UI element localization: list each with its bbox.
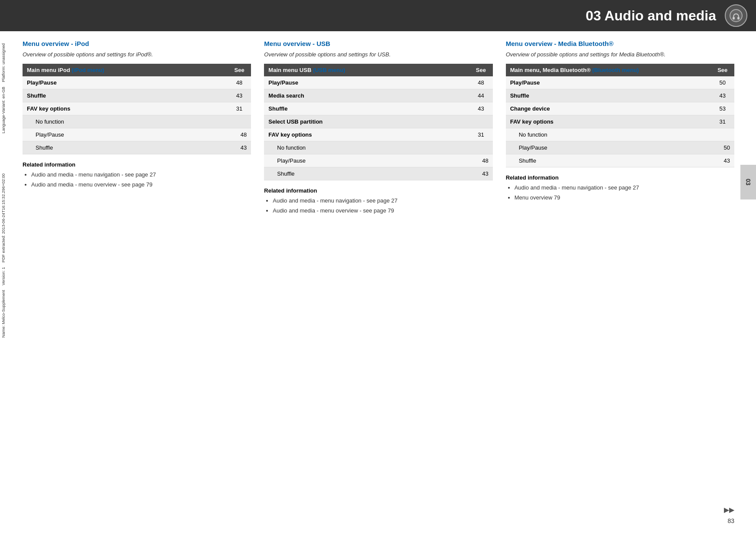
table-row: Play/Pause 48 [264,76,492,89]
list-item: Audio and media - menu overview - see pa… [31,180,251,190]
ipod-related-list: Audio and media - menu navigation - see … [23,170,251,190]
usb-description: Overview of possible options and setting… [264,51,492,59]
bluetooth-description: Overview of possible options and setting… [506,51,734,59]
table-row: Play/Pause 50 [506,76,734,89]
pdf-extracted-label: PDF extracted: 2013-06-24T16:15:32.296+0… [1,173,6,262]
list-item: Audio and media - menu navigation - see … [515,183,734,193]
ipod-row-sub-playpause: Play/Pause [23,128,228,141]
ipod-row-shuffle-see: 43 [228,89,251,102]
usb-table-header-see: See [469,64,492,76]
svg-rect-2 [737,17,740,20]
ipod-heading: Menu overview - iPod [23,40,251,47]
page-number: 83 [727,517,734,524]
list-item: Audio and media - menu overview - see pa… [273,206,492,216]
ipod-row-playpause: Play/Pause [23,76,228,89]
ipod-table-header-see: See [228,64,251,76]
platform-label: Platform: unassigned [1,43,6,82]
usb-row-shuffle: Shuffle [264,102,469,115]
svg-rect-1 [733,17,735,20]
bt-row-sub-shuffle: Shuffle [506,154,711,167]
side-label-group2: Name: Melco-Supplement Version: 1 PDF ex… [1,173,6,337]
bluetooth-related-heading: Related information [506,174,734,181]
table-row: Select USB partition [264,115,492,128]
ipod-related-heading: Related information [23,161,251,168]
list-item: Menu overview 79 [515,193,734,203]
table-row: No function [506,128,734,141]
ipod-row-sub-playpause-see: 48 [228,128,251,141]
usb-row-selectusb-see [469,115,492,128]
table-row: Shuffle 43 [506,89,734,102]
table-row: FAV key options 31 [506,115,734,128]
main-content: Menu overview - iPod Overview of possibl… [10,31,756,225]
usb-row-sub-shuffle-see: 43 [469,167,492,180]
ipod-row-playpause-see: 48 [228,76,251,89]
bt-row-fav: FAV key options [506,115,711,128]
ipod-row-nofunction: No function [23,115,228,128]
list-item: Audio and media - menu navigation - see … [31,170,251,180]
svg-point-0 [730,10,742,22]
usb-row-sub-playpause-see: 48 [469,154,492,167]
page-header: 03 Audio and media [0,0,756,31]
table-row: Shuffle 43 [264,167,492,180]
ipod-row-sub-shuffle: Shuffle [23,141,228,154]
page-title: 03 Audio and media [586,8,716,24]
bt-row-playpause-see: 50 [711,76,734,89]
bt-row-playpause: Play/Pause [506,76,711,89]
bluetooth-table-header-see: See [711,64,734,76]
bt-row-nofunction: No function [506,128,711,141]
bt-row-sub-playpause-see: 50 [711,141,734,154]
usb-row-playpause: Play/Pause [264,76,469,89]
usb-row-fav: FAV key options [264,128,469,141]
usb-row-selectusb: Select USB partition [264,115,469,128]
ipod-table: Main menu iPod (iPod menu) See Play/Paus… [23,64,251,154]
bt-row-shuffle-see: 43 [711,89,734,102]
bt-row-fav-see: 31 [711,115,734,128]
ipod-row-shuffle: Shuffle [23,89,228,102]
bluetooth-column: Menu overview - Media Bluetooth® Overvie… [506,40,734,216]
table-row: Shuffle 43 [23,89,251,102]
bt-row-shuffle: Shuffle [506,89,711,102]
usb-row-sub-playpause: Play/Pause [264,154,469,167]
table-row: Media search 44 [264,89,492,102]
bt-row-changedevice: Change device [506,102,711,115]
table-row: FAV key options 31 [264,128,492,141]
page-footer: ▶▶ 83 [724,506,734,524]
usb-row-sub-shuffle: Shuffle [264,167,469,180]
name-label: Name: Melco-Supplement [1,290,6,338]
table-row: Play/Pause 48 [264,154,492,167]
next-arrow-icon[interactable]: ▶▶ [724,506,734,514]
usb-row-fav-see: 31 [469,128,492,141]
bluetooth-heading: Menu overview - Media Bluetooth® [506,40,734,47]
table-row: Shuffle 43 [23,141,251,154]
usb-row-nofunction-see [469,141,492,154]
table-row: Shuffle 43 [264,102,492,115]
usb-heading: Menu overview - USB [264,40,492,47]
list-item: Audio and media - menu navigation - see … [273,196,492,206]
bt-row-changedevice-see: 53 [711,102,734,115]
table-row: Play/Pause 48 [23,128,251,141]
bt-row-sub-shuffle-see: 43 [711,154,734,167]
ipod-table-header-menu: Main menu iPod (iPod menu) [23,64,228,76]
ipod-row-sub-shuffle-see: 43 [228,141,251,154]
usb-row-nofunction: No function [264,141,469,154]
table-row: Play/Pause 50 [506,141,734,154]
table-row: FAV key options 31 [23,102,251,115]
table-row: Change device 53 [506,102,734,115]
usb-column: Menu overview - USB Overview of possible… [264,40,492,216]
usb-related-heading: Related information [264,187,492,194]
bt-row-nofunction-see [711,128,734,141]
ipod-row-nofunction-see [228,115,251,128]
version-label: Version: 1 [1,267,6,285]
table-row: Play/Pause 48 [23,76,251,89]
table-row: Shuffle 43 [506,154,734,167]
ipod-description: Overview of possible options and setting… [23,51,251,59]
ipod-row-fav: FAV key options [23,102,228,115]
usb-row-mediasearch-see: 44 [469,89,492,102]
ipod-row-fav-see: 31 [228,102,251,115]
bluetooth-table: Main menu, Media Bluetooth® (Bluetooth m… [506,64,734,167]
bluetooth-related-list: Audio and media - menu navigation - see … [506,183,734,203]
usb-table: Main menu USB (USB menu) See Play/Pause … [264,64,492,180]
nav-arrows[interactable]: ▶▶ [724,506,734,514]
audio-icon [725,4,747,27]
usb-row-shuffle-see: 43 [469,102,492,115]
